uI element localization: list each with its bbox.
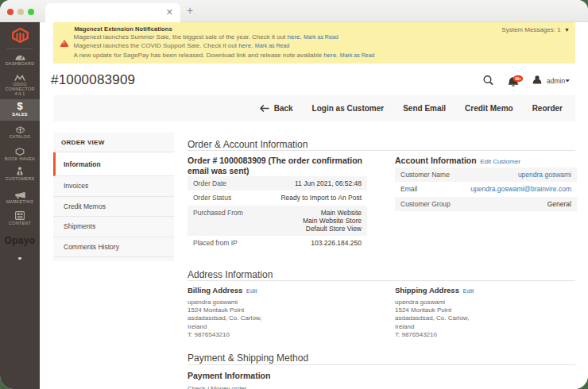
svg-text:99+: 99+ [515,77,521,81]
svg-text:admin: admin [547,77,565,85]
